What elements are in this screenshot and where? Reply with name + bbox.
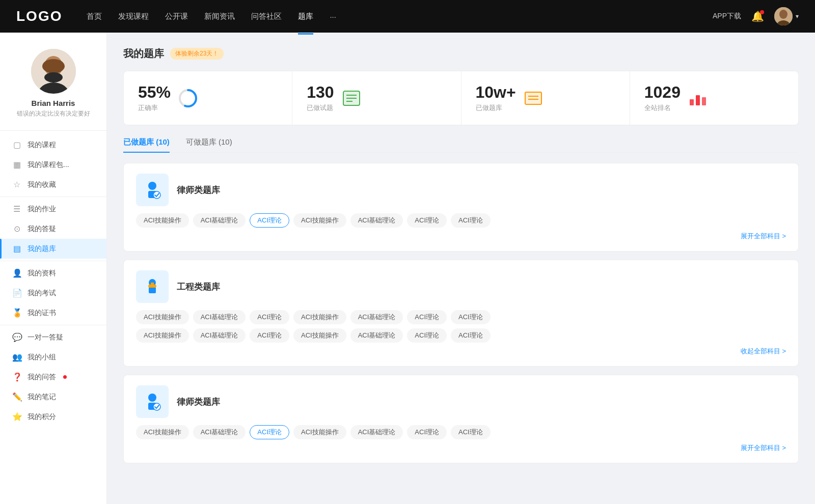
tag-lawyer1-0[interactable]: ACI技能操作 xyxy=(136,213,189,228)
nav-qa[interactable]: 问答社区 xyxy=(251,10,282,23)
sidebar-item-mycourse[interactable]: ▢ 我的课程 xyxy=(0,135,106,155)
nav-more[interactable]: ··· xyxy=(330,10,336,23)
sidebar-label-notes: 我的笔记 xyxy=(28,393,56,402)
notification-bell[interactable]: 🔔 xyxy=(751,10,764,22)
nav-news[interactable]: 新闻资讯 xyxy=(204,10,235,23)
tag-lawyer1-3[interactable]: ACI技能操作 xyxy=(293,213,346,228)
svg-rect-21 xyxy=(702,97,706,105)
sidebar-divider-1 xyxy=(0,197,106,197)
sidebar-item-qa[interactable]: ⊙ 我的答疑 xyxy=(0,219,106,239)
svg-point-7 xyxy=(44,72,63,82)
collapse-btn-engineer[interactable]: 收起全部科目 > xyxy=(136,347,786,356)
tag-lawyer1-2[interactable]: ACI理论 xyxy=(250,213,289,228)
sidebar-item-questionbank[interactable]: ▤ 我的题库 xyxy=(0,239,106,259)
sidebar-item-favorites[interactable]: ☆ 我的收藏 xyxy=(0,175,106,194)
certificate-icon: 🏅 xyxy=(12,308,21,318)
sidebar-label-group: 我的小组 xyxy=(28,353,56,362)
sidebar-item-group[interactable]: 👥 我的小组 xyxy=(0,347,106,367)
stat-value-donebanks: 10w+ xyxy=(476,83,516,101)
tag-eng-r1-2[interactable]: ACI理论 xyxy=(250,310,289,324)
sidebar-label-exam: 我的考试 xyxy=(28,289,56,298)
correctrate-icon xyxy=(178,88,198,108)
expand-btn-lawyer-2[interactable]: 展开全部科目 > xyxy=(136,443,786,453)
coursepack-icon: ▦ xyxy=(12,160,21,170)
tag-eng-r2-3[interactable]: ACI技能操作 xyxy=(293,328,346,343)
sidebar-item-myqa[interactable]: ❓ 我的问答 xyxy=(0,367,106,387)
myqa-icon: ❓ xyxy=(12,372,21,382)
tag-lawyer1-1[interactable]: ACI基础理论 xyxy=(193,213,246,228)
sidebar-item-profile[interactable]: 👤 我的资料 xyxy=(0,263,106,283)
nav-opencourse[interactable]: 公开课 xyxy=(165,10,188,23)
profile-icon: 👤 xyxy=(12,268,21,278)
tag-eng-r1-5[interactable]: ACI理论 xyxy=(407,310,447,324)
sidebar: Brian Harris 错误的决定比没有决定要好 ▢ 我的课程 ▦ 我的课程包… xyxy=(0,33,107,504)
logo[interactable]: LOGO xyxy=(16,8,62,24)
tab-available-banks[interactable]: 可做题库 (10) xyxy=(186,137,232,152)
tag-lawyer2-1[interactable]: ACI基础理论 xyxy=(193,425,246,439)
navbar-menu: 首页 发现课程 公开课 新闻资讯 问答社区 题库 ··· xyxy=(87,10,713,23)
tags-row-engineer-1: ACI技能操作 ACI基础理论 ACI理论 ACI技能操作 ACI基础理论 AC… xyxy=(136,310,786,324)
sidebar-item-certificate[interactable]: 🏅 我的证书 xyxy=(0,303,106,323)
tags-row-lawyer-1: ACI技能操作 ACI基础理论 ACI理论 ACI技能操作 ACI基础理论 AC… xyxy=(136,213,786,228)
tag-lawyer2-2[interactable]: ACI理论 xyxy=(250,425,289,439)
sidebar-item-exam[interactable]: 📄 我的考试 xyxy=(0,283,106,303)
page-title: 我的题库 xyxy=(123,47,164,61)
svg-point-22 xyxy=(148,182,156,190)
tag-lawyer1-5[interactable]: ACI理论 xyxy=(407,213,447,228)
sidebar-item-coursepack[interactable]: ▦ 我的课程包... xyxy=(0,155,106,175)
sidebar-menu: ▢ 我的课程 ▦ 我的课程包... ☆ 我的收藏 ☰ 我的作业 ⊙ 我的答疑 ▤ xyxy=(0,135,106,427)
stat-ranking: 1029 全站排名 xyxy=(630,71,798,125)
sidebar-label-certificate: 我的证书 xyxy=(28,309,56,318)
sidebar-label-favorites: 我的收藏 xyxy=(28,180,56,189)
svg-point-1 xyxy=(779,10,787,19)
svg-rect-28 xyxy=(151,283,154,285)
nav-discover[interactable]: 发现课程 xyxy=(118,10,149,23)
tab-done-banks[interactable]: 已做题库 (10) xyxy=(123,137,170,152)
tag-eng-r1-6[interactable]: ACI理论 xyxy=(451,310,491,324)
stat-value-correctrate: 55% xyxy=(138,83,171,101)
tag-lawyer2-4[interactable]: ACI基础理论 xyxy=(350,425,403,439)
sidebar-label-qa: 我的答疑 xyxy=(28,225,56,234)
tag-eng-r2-4[interactable]: ACI基础理论 xyxy=(350,328,403,343)
tag-eng-r2-2[interactable]: ACI理论 xyxy=(250,328,289,343)
tag-eng-r2-5[interactable]: ACI理论 xyxy=(407,328,447,343)
stat-donebanks: 10w+ 已做题库 xyxy=(461,71,630,125)
sidebar-item-onetoone[interactable]: 💬 一对一答疑 xyxy=(0,327,106,347)
expand-btn-lawyer-1[interactable]: 展开全部科目 > xyxy=(136,232,786,241)
chevron-down-icon: ▾ xyxy=(796,13,799,20)
user-avatar-menu[interactable]: ▾ xyxy=(774,7,799,25)
tag-eng-r1-1[interactable]: ACI基础理论 xyxy=(193,310,246,324)
tag-lawyer2-6[interactable]: ACI理论 xyxy=(451,425,491,439)
app-download-link[interactable]: APP下载 xyxy=(713,12,741,21)
sidebar-item-notes[interactable]: ✏️ 我的笔记 xyxy=(0,387,106,407)
tag-eng-r1-0[interactable]: ACI技能操作 xyxy=(136,310,189,324)
svg-rect-26 xyxy=(149,287,156,293)
tag-eng-r2-6[interactable]: ACI理论 xyxy=(451,328,491,343)
exam-icon: 📄 xyxy=(12,288,21,298)
tag-lawyer2-0[interactable]: ACI技能操作 xyxy=(136,425,189,439)
tag-eng-r2-1[interactable]: ACI基础理论 xyxy=(193,328,246,343)
tag-eng-r2-0[interactable]: ACI技能操作 xyxy=(136,328,189,343)
nav-home[interactable]: 首页 xyxy=(87,10,102,23)
svg-rect-20 xyxy=(696,95,700,105)
lawyer-bank-icon xyxy=(136,174,169,206)
page-header: 我的题库 体验剩余23天！ xyxy=(123,47,799,61)
tag-lawyer1-4[interactable]: ACI基础理论 xyxy=(350,213,403,228)
tag-lawyer2-3[interactable]: ACI技能操作 xyxy=(293,425,346,439)
bank-card-name-lawyer-1: 律师类题库 xyxy=(177,184,220,196)
course-icon: ▢ xyxy=(12,140,21,150)
navbar: LOGO 首页 发现课程 公开课 新闻资讯 问答社区 题库 ··· APP下载 … xyxy=(0,0,815,33)
sidebar-divider-3 xyxy=(0,325,106,325)
stats-row: 55% 正确率 130 已做试题 xyxy=(123,71,799,125)
engineer-bank-icon xyxy=(136,270,169,303)
tag-lawyer1-6[interactable]: ACI理论 xyxy=(451,213,491,228)
sidebar-label-myqa: 我的问答 xyxy=(28,373,56,382)
sidebar-item-homework[interactable]: ☰ 我的作业 xyxy=(0,199,106,219)
sidebar-item-points[interactable]: ⭐ 我的积分 xyxy=(0,407,106,427)
tag-lawyer2-5[interactable]: ACI理论 xyxy=(407,425,447,439)
star-icon: ☆ xyxy=(12,180,21,189)
nav-questionbank[interactable]: 题库 xyxy=(298,10,313,23)
stat-label-donequestions: 已做试题 xyxy=(307,103,334,113)
tag-eng-r1-3[interactable]: ACI技能操作 xyxy=(293,310,346,324)
tag-eng-r1-4[interactable]: ACI基础理论 xyxy=(350,310,403,324)
